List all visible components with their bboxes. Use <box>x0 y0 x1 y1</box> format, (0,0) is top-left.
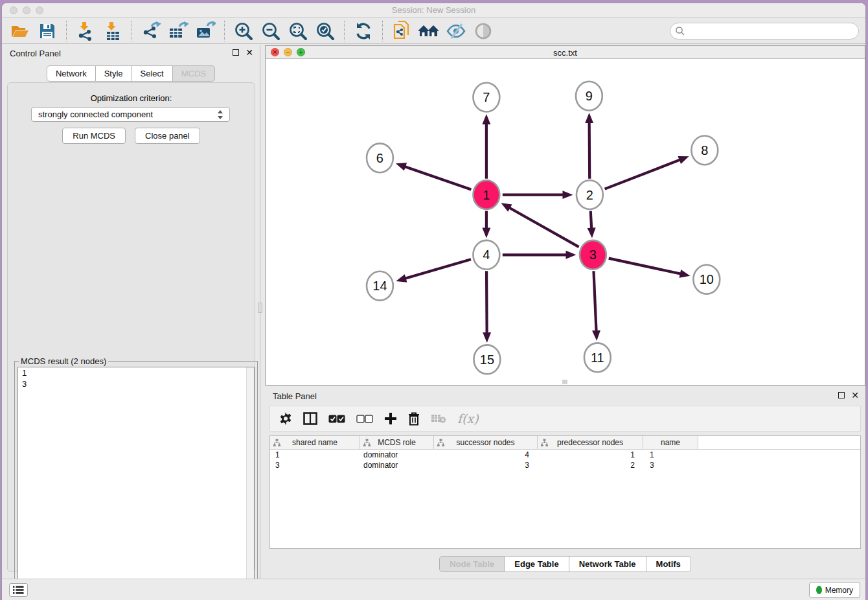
export-table-icon[interactable] <box>166 20 190 42</box>
zoom-selected-icon[interactable] <box>314 20 337 42</box>
edge-2-9[interactable] <box>589 121 590 179</box>
tab-style[interactable]: Style <box>96 65 132 82</box>
network-from-file-icon[interactable] <box>390 20 413 42</box>
network-canvas[interactable]: 7968124314101511 <box>266 59 865 385</box>
search-input[interactable] <box>670 23 859 40</box>
optimization-criterion-select[interactable]: strongly connected component <box>31 107 230 122</box>
toolbar-separator <box>131 21 132 41</box>
table-cell[interactable]: 4 <box>434 450 538 460</box>
table-toolbar: f(x) <box>269 406 861 432</box>
run-mcds-button[interactable]: Run MCDS <box>62 128 126 144</box>
graph-node-label: 8 <box>701 143 708 157</box>
delete-table-icon <box>431 413 446 424</box>
show-graphics-details-icon[interactable] <box>472 20 495 42</box>
control-panel-title: Control Panel <box>10 49 61 58</box>
table-panel-header: Table Panel ✕ <box>265 387 865 404</box>
table-cell[interactable]: 3 <box>270 460 360 470</box>
graph-node-label: 11 <box>591 351 604 365</box>
edge-4-14[interactable] <box>404 259 471 279</box>
edge-2-8[interactable] <box>605 159 681 189</box>
graph-node-label: 15 <box>480 352 494 367</box>
network-window: ✕ − + scc.txt 7968124314101511 <box>265 45 865 386</box>
edge-3-10[interactable] <box>609 259 682 274</box>
edge-arrowhead <box>588 227 596 238</box>
column-header-filler <box>698 436 860 449</box>
toolbar-separator <box>224 21 225 41</box>
settings-gear-icon[interactable] <box>279 412 292 425</box>
mcds-result-list[interactable]: 13 <box>17 367 255 600</box>
mcds-result-line: 1 <box>18 367 254 378</box>
edge-3-11[interactable] <box>593 271 596 332</box>
hide-graphics-details-icon[interactable] <box>444 20 468 42</box>
column-header-label: name <box>661 438 680 447</box>
float-panel-icon[interactable] <box>233 49 239 56</box>
memory-status-icon <box>816 586 822 594</box>
tab-node-table[interactable]: Node Table <box>439 556 505 572</box>
mcds-result-box: MCDS result (2 nodes) 13 <box>14 361 258 600</box>
close-panel-icon[interactable]: ✕ <box>246 49 253 56</box>
edge-arrowhead <box>592 330 600 341</box>
sort-hierarchy-icon[interactable] <box>273 439 280 448</box>
sort-hierarchy-icon[interactable] <box>437 439 444 448</box>
column-header-MCDS-role[interactable]: MCDS role <box>360 436 434 449</box>
graph-node-label: 1 <box>483 188 490 202</box>
table-cell[interactable]: 3 <box>643 460 698 470</box>
task-history-button[interactable] <box>9 583 28 597</box>
tab-network[interactable]: Network <box>47 65 96 82</box>
column-header-shared-name[interactable]: shared name <box>270 436 360 449</box>
table-cell[interactable]: 1 <box>643 450 698 460</box>
control-panel: Control Panel ✕ NetworkStyleSelectMCDS O… <box>2 45 260 579</box>
splitter-handle[interactable] <box>258 303 262 313</box>
edge-3-1[interactable] <box>508 207 579 247</box>
table-cell[interactable]: 3 <box>434 460 538 470</box>
zoom-fit-icon[interactable] <box>286 20 310 42</box>
export-network-icon[interactable] <box>139 20 163 42</box>
sort-hierarchy-icon[interactable] <box>363 439 371 448</box>
column-header-name[interactable]: name <box>643 436 698 449</box>
edge-2-3[interactable] <box>591 211 592 230</box>
memory-button[interactable]: Memory <box>809 582 860 598</box>
delete-row-icon[interactable] <box>408 412 420 426</box>
home-layout-icon[interactable] <box>417 20 440 42</box>
column-header-label: shared name <box>292 438 337 447</box>
table-cell[interactable]: dominator <box>360 450 434 460</box>
graph-node-label: 2 <box>586 188 593 202</box>
tab-motifs[interactable]: Motifs <box>646 556 691 572</box>
scrollbar-thumb[interactable] <box>562 380 567 384</box>
table-row[interactable]: 1dominator411 <box>270 450 860 460</box>
sort-hierarchy-icon[interactable] <box>541 439 548 448</box>
refresh-view-icon[interactable] <box>352 20 375 42</box>
zoom-out-icon[interactable] <box>259 20 282 42</box>
close-panel-button[interactable]: Close panel <box>135 128 200 144</box>
table-cell[interactable]: 1 <box>270 450 360 460</box>
graph-node-label: 6 <box>376 151 383 165</box>
open-session-icon[interactable] <box>8 20 32 42</box>
table-cell[interactable]: 1 <box>538 450 643 460</box>
export-image-icon[interactable] <box>194 20 217 42</box>
node-table[interactable]: shared nameMCDS rolesuccessor nodesprede… <box>269 435 861 549</box>
tab-mcds[interactable]: MCDS <box>173 65 215 82</box>
table-cell[interactable]: dominator <box>360 460 434 470</box>
column-header-successor-nodes[interactable]: successor nodes <box>434 436 538 449</box>
close-panel-icon[interactable]: ✕ <box>851 392 859 398</box>
float-panel-icon[interactable] <box>838 392 845 398</box>
tab-select[interactable]: Select <box>132 65 173 82</box>
deselect-all-rows-icon[interactable] <box>356 415 373 423</box>
main-region: Control Panel ✕ NetworkStyleSelectMCDS O… <box>2 45 865 579</box>
column-header-predecessor-nodes[interactable]: predecessor nodes <box>538 436 643 449</box>
import-network-icon[interactable] <box>74 20 97 42</box>
network-graph[interactable]: 7968124314101511 <box>266 59 865 385</box>
save-session-icon[interactable] <box>36 20 59 42</box>
import-table-icon[interactable] <box>101 20 124 42</box>
scrollbar-track[interactable] <box>246 367 254 600</box>
tab-network-table[interactable]: Network Table <box>569 556 646 572</box>
tab-edge-table[interactable]: Edge Table <box>505 556 569 572</box>
edge-4-15[interactable] <box>486 271 487 334</box>
table-cell[interactable]: 2 <box>538 460 643 470</box>
add-row-icon[interactable] <box>384 412 397 425</box>
table-row[interactable]: 3dominator323 <box>270 460 860 470</box>
edge-1-6[interactable] <box>404 167 471 190</box>
column-layout-icon[interactable] <box>303 412 317 425</box>
select-all-rows-icon[interactable] <box>328 415 345 423</box>
zoom-in-icon[interactable] <box>232 20 255 42</box>
